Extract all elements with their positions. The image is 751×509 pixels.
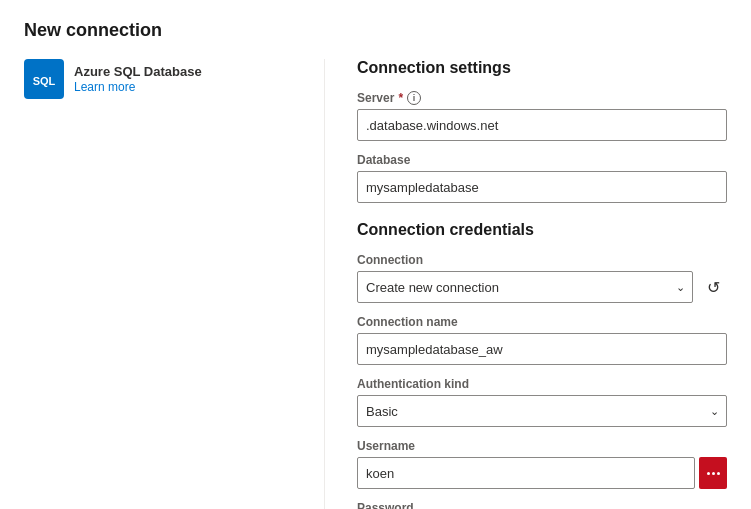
server-info-icon[interactable]: i (407, 91, 421, 105)
page-title: New connection (24, 20, 727, 41)
connection-field-group: Connection Create new connection ⌄ ↺ (357, 253, 727, 303)
section-divider (324, 59, 325, 509)
connection-select[interactable]: Create new connection (357, 271, 693, 303)
auth-kind-field-group: Authentication kind Basic OAuth Service … (357, 377, 727, 427)
connection-settings-title: Connection settings (357, 59, 727, 77)
username-label: Username (357, 439, 727, 453)
credentials-title: Connection credentials (357, 221, 727, 239)
password-label: Password (357, 501, 727, 509)
credentials-section: Connection credentials Connection Create… (357, 221, 727, 509)
connector-text: Azure SQL Database Learn more (74, 64, 202, 94)
learn-more-link[interactable]: Learn more (74, 80, 135, 94)
username-input[interactable] (357, 457, 695, 489)
azure-sql-icon: SQL (24, 59, 64, 99)
auth-kind-select-wrapper: Basic OAuth Service Principal ⌄ (357, 395, 727, 427)
username-input-wrapper (357, 457, 727, 489)
connection-dropdown-wrapper: Create new connection ⌄ ↺ (357, 271, 727, 303)
connection-select-wrapper: Create new connection ⌄ (357, 271, 693, 303)
right-panel: Connection settings Server * i Database … (357, 59, 727, 509)
auth-kind-select[interactable]: Basic OAuth Service Principal (357, 395, 727, 427)
server-field-group: Server * i (357, 91, 727, 141)
database-input[interactable] (357, 171, 727, 203)
server-label: Server * i (357, 91, 727, 105)
connection-name-field-group: Connection name (357, 315, 727, 365)
connector-info: SQL Azure SQL Database Learn more (24, 59, 300, 99)
dots-icon (707, 472, 720, 475)
connection-name-label: Connection name (357, 315, 727, 329)
server-required: * (398, 91, 403, 105)
server-input[interactable] (357, 109, 727, 141)
connection-label: Connection (357, 253, 727, 267)
database-label: Database (357, 153, 727, 167)
username-dots-button[interactable] (699, 457, 727, 489)
database-field-group: Database (357, 153, 727, 203)
auth-kind-label: Authentication kind (357, 377, 727, 391)
password-field-group: Password (357, 501, 727, 509)
svg-text:SQL: SQL (33, 75, 56, 87)
refresh-button[interactable]: ↺ (699, 273, 727, 301)
connection-name-input[interactable] (357, 333, 727, 365)
username-field-group: Username (357, 439, 727, 489)
connector-name: Azure SQL Database (74, 64, 202, 79)
left-panel: SQL Azure SQL Database Learn more (24, 59, 324, 509)
